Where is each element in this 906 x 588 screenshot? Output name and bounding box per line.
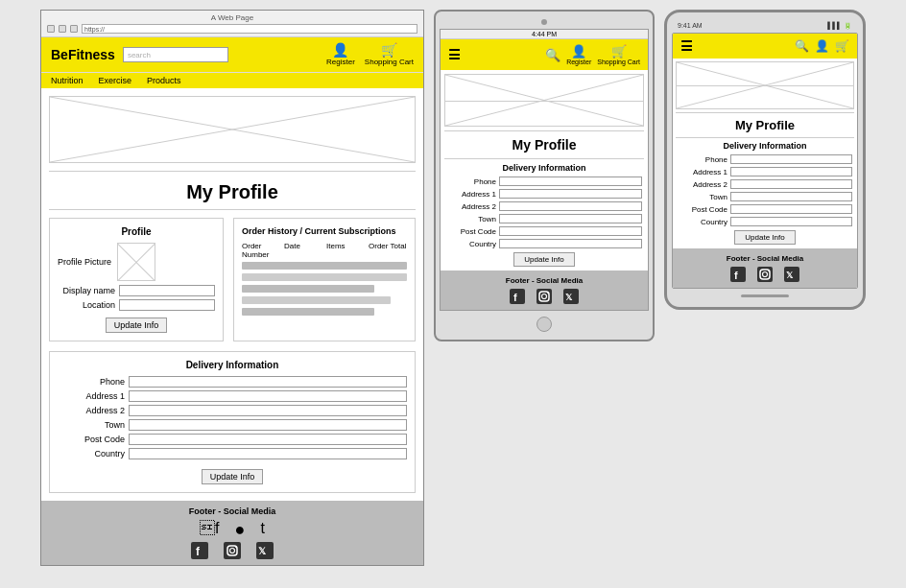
facebook-icon-svg[interactable]: f [191,542,208,559]
phone-screen: ☰ 🔍 👤 🛒 My Profile Delivery Information … [672,33,858,289]
desktop-subnav: Nutrition Exercise Products [41,72,423,88]
tablet-phone-input[interactable] [499,176,642,186]
phone-register-icon[interactable]: 👤 [815,39,829,53]
footer-icons: f ● t [47,520,417,540]
phone-town-row: Town [678,192,852,201]
phone-postcode-row: Post Code [678,204,852,214]
tablet-phone-label: Phone [446,177,496,186]
tablet-instagram-icon[interactable] [536,289,552,304]
phone-country-label: Country [678,218,727,226]
display-name-label: Display name [58,286,115,295]
browser-url-bar[interactable]: https:// [82,24,417,34]
phone-phone-input[interactable] [730,154,852,164]
phone-address1-input[interactable] [730,167,852,176]
tablet-address2-row: Address 2 [446,201,642,211]
country-input[interactable] [129,448,407,459]
profile-update-button[interactable]: Update Info [106,318,168,333]
phone-page-title: My Profile [676,112,854,138]
phone-twitter-icon[interactable]: 𝕏 [784,267,799,282]
svg-rect-22 [730,267,746,282]
tablet-country-input[interactable] [499,239,642,248]
order-table-header: Order Number Date Items Order Total [242,242,407,259]
phone-address2-row: Address 2 [678,179,852,189]
address2-input[interactable] [129,405,407,416]
phone-wireframe: 9:41 AM ▌▌▌ 🔋 ☰ 🔍 👤 🛒 My Profile Deliver… [664,10,866,310]
tablet-postcode-row: Post Code [446,226,642,236]
tablet-update-button[interactable]: Update Info [513,252,574,267]
search-box[interactable]: search [123,47,228,62]
svg-text:𝕏: 𝕏 [786,270,794,280]
town-input[interactable] [129,419,407,431]
svg-rect-2 [191,542,208,559]
phone-town-input[interactable] [730,192,852,201]
phone-cart-icon[interactable]: 🛒 [835,39,849,53]
phone-signal: ▌▌▌ 🔋 [827,22,852,30]
phone-hero [676,61,854,109]
tablet-address1-label: Address 1 [446,190,496,199]
tablet-cart-item[interactable]: 🛒 Shopping Cart [597,44,640,65]
cart-nav-item[interactable]: 🛒 Shopping Cart [365,43,414,66]
phone-instagram-icon[interactable] [757,267,773,282]
phone-home-indicator [741,294,789,297]
location-input[interactable] [119,299,215,311]
tablet-cart-icon: 🛒 [611,44,627,59]
tablet-facebook-icon[interactable]: f [510,289,525,304]
tablet-search-icon[interactable]: 🔍 [545,48,560,62]
profile-picture-label: Profile Picture [58,257,111,267]
display-name-input[interactable] [119,285,215,296]
facebook-icon[interactable]: f [200,520,219,540]
phone-update-btn-row: Update Info [678,230,852,245]
postcode-input[interactable] [129,434,407,445]
subnav-products[interactable]: Products [147,76,181,85]
tablet-address2-input[interactable] [499,201,642,211]
browser-refresh-btn[interactable] [70,25,78,33]
tablet-register-item[interactable]: 👤 Register [566,44,591,65]
phone-town-label: Town [678,193,727,201]
browser-forward-btn[interactable] [59,25,66,33]
tablet-page-title: My Profile [444,130,644,159]
profile-update-btn-row: Update Info [58,314,215,333]
postcode-label: Post Code [58,435,125,444]
tablet-address1-input[interactable] [499,189,642,199]
phone-row: Phone [58,376,407,388]
tablet-nav-icons: 🔍 👤 Register 🛒 Shopping Cart [545,44,640,65]
browser-back-btn[interactable] [47,25,55,33]
subnav-nutrition[interactable]: Nutrition [51,76,83,85]
phone-address2-input[interactable] [730,179,852,189]
phone-search-icon[interactable]: 🔍 [795,39,809,53]
order-row-1 [242,262,407,270]
register-nav-item[interactable]: 👤 Register [326,43,355,66]
desktop-content: Profile Profile Picture Display name Loc… [41,218,423,493]
footer-social-icons: f 𝕏 [47,542,417,559]
subnav-exercise[interactable]: Exercise [99,76,132,85]
desktop-nav: BeFitness search 👤 Register 🛒 Shopping C… [41,37,423,72]
tablet-postcode-input[interactable] [499,226,642,236]
phone-hamburger-icon[interactable]: ☰ [680,38,693,54]
order-row-2 [242,273,407,281]
postcode-row: Post Code [58,434,407,445]
tablet-twitter-icon[interactable]: 𝕏 [563,289,579,304]
address1-input[interactable] [129,390,407,402]
phone-postcode-input[interactable] [730,204,852,214]
tablet-town-input[interactable] [499,214,642,223]
phone-country-input[interactable] [730,217,852,226]
tablet-footer: Footer - Social Media f 𝕏 [441,270,648,310]
svg-rect-12 [510,289,525,304]
address1-label: Address 1 [58,391,125,401]
order-col-items: Items [326,242,365,259]
tablet-home-button[interactable] [536,317,552,332]
twitter-icon-svg[interactable]: 𝕏 [256,542,274,559]
delivery-update-button[interactable]: Update Info [202,469,264,484]
instagram-icon-svg[interactable] [224,542,241,559]
twitter-icon[interactable]: t [260,520,264,540]
phone-update-button[interactable]: Update Info [734,230,795,245]
order-col-date: Date [284,242,322,259]
hamburger-icon[interactable]: ☰ [448,47,461,62]
phone-input[interactable] [129,376,407,388]
instagram-icon[interactable]: ● [235,520,246,540]
tablet-nav: ☰ 🔍 👤 Register 🛒 Shopping Cart [441,39,648,70]
phone-facebook-icon[interactable]: f [730,267,746,282]
tablet-town-row: Town [446,214,642,223]
phone-phone-row: Phone [678,154,852,164]
location-row: Location [58,299,215,311]
